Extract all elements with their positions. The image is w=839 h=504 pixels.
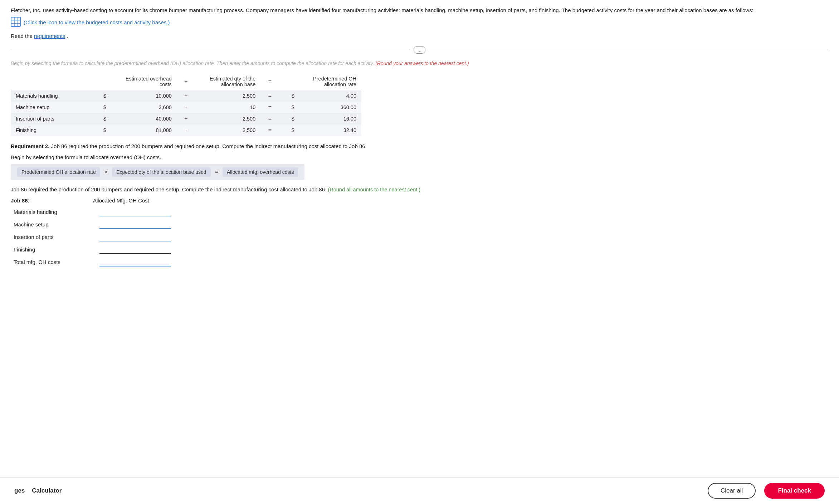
sidebar-label: ges — [14, 487, 25, 494]
job86-input-cell[interactable] — [97, 218, 182, 231]
divider-dots: ... — [414, 46, 425, 54]
oh-table: Estimated overhead costs ÷ Estimated qty… — [11, 73, 361, 136]
rate-dollar-sign: $ — [279, 124, 299, 136]
table-row: Insertion of parts $ 40,000 ÷ 2,500 = $ … — [11, 113, 361, 124]
th-equals: = — [260, 73, 279, 90]
formula-part1: Predetermined OH allocation rate — [17, 167, 100, 177]
formula-equals-op: = — [215, 169, 218, 175]
equals-sign: = — [260, 113, 279, 124]
table-row: Machine setup $ 3,600 ÷ 10 = $ 360.00 — [11, 102, 361, 113]
divide-op: ÷ — [177, 102, 195, 113]
activity-label: Finishing — [11, 124, 91, 136]
job86-input-cell[interactable] — [97, 231, 182, 243]
read-requirements: Read the requirements . — [0, 30, 839, 43]
overhead-amount: 10,000 — [111, 90, 177, 102]
job86-section: Job 86: Allocated Mfg. OH Cost Materials… — [11, 197, 828, 268]
req2-title: Requirement 2. Job 86 required the produ… — [11, 142, 828, 151]
budgeted-costs-link[interactable]: (Click the icon to view the budgeted cos… — [24, 19, 170, 25]
qty-amount: 10 — [195, 102, 261, 113]
job86-row: Insertion of parts — [11, 231, 182, 243]
th-dollar — [91, 73, 111, 90]
th-estimated-qty: Estimated qty of the allocation base — [195, 73, 261, 90]
activity-label: Machine setup — [11, 102, 91, 113]
qty-amount: 2,500 — [195, 113, 261, 124]
table-row: Finishing $ 81,000 ÷ 2,500 = $ 32.40 — [11, 124, 361, 136]
rate-value: 4.00 — [299, 90, 361, 102]
overhead-amount: 3,600 — [111, 102, 177, 113]
rate-value: 32.40 — [299, 124, 361, 136]
rate-dollar-sign: $ — [279, 113, 299, 124]
faded-instruction: Begin by selecting the formula to calcul… — [0, 57, 839, 70]
job86-input-0[interactable] — [99, 207, 171, 216]
divider-line-right — [429, 50, 828, 50]
divide-op: ÷ — [177, 124, 195, 136]
grid-icon[interactable] — [11, 17, 21, 28]
final-check-button[interactable]: Final check — [764, 483, 825, 499]
job86-row: Total mfg. OH costs — [11, 256, 182, 268]
job86-row-label: Finishing — [11, 243, 97, 256]
activity-label: Materials handling — [11, 90, 91, 102]
job86-row: Finishing — [11, 243, 182, 256]
activity-label: Insertion of parts — [11, 113, 91, 124]
qty-amount: 2,500 — [195, 124, 261, 136]
th-estimated-costs: Estimated overhead costs — [111, 73, 177, 90]
job86-input-cell[interactable] — [97, 206, 182, 218]
divide-op: ÷ — [177, 113, 195, 124]
job86-row-label: Materials handling — [11, 206, 97, 218]
req2-description: Job 86 required the production of 200 bu… — [11, 185, 828, 194]
formula-part3: Allocated mfg. overhead costs — [223, 167, 298, 177]
dollar-sign: $ — [91, 124, 111, 136]
rate-dollar-sign: $ — [279, 90, 299, 102]
th-divide: ÷ — [177, 73, 195, 90]
job86-input-4[interactable] — [99, 258, 171, 266]
main-description: Fletcher, Inc. uses activity-based costi… — [0, 0, 839, 15]
divide-op: ÷ — [177, 90, 195, 102]
overhead-amount: 40,000 — [111, 113, 177, 124]
job86-table: Materials handling Machine setup Inserti… — [11, 206, 182, 268]
th-predetermined-oh: Predetermined OH allocation rate — [299, 73, 361, 90]
section-divider: ... — [11, 46, 828, 54]
bottom-right: Clear all Final check — [708, 483, 825, 499]
job86-row: Machine setup — [11, 218, 182, 231]
dollar-sign: $ — [91, 90, 111, 102]
dollar-sign: $ — [91, 113, 111, 124]
job86-row-label: Insertion of parts — [11, 231, 97, 243]
job86-label: Job 86: — [11, 197, 89, 204]
job86-row: Materials handling — [11, 206, 182, 218]
th-activity — [11, 73, 91, 90]
table-row: Materials handling $ 10,000 ÷ 2,500 = $ … — [11, 90, 361, 102]
calculator-button[interactable]: Calculator — [32, 487, 62, 494]
clear-all-button[interactable]: Clear all — [708, 483, 756, 499]
job86-row-label: Total mfg. OH costs — [11, 256, 97, 268]
formula-box: Predetermined OH allocation rate × Expec… — [11, 164, 304, 180]
rate-dollar-sign: $ — [279, 102, 299, 113]
equals-sign: = — [260, 124, 279, 136]
req2-section: Requirement 2. Job 86 required the produ… — [0, 136, 839, 268]
icon-link-row: (Click the icon to view the budgeted cos… — [0, 15, 839, 30]
job86-col-header: Allocated Mfg. OH Cost — [93, 197, 149, 204]
overhead-amount: 81,000 — [111, 124, 177, 136]
equals-sign: = — [260, 102, 279, 113]
rate-value: 16.00 — [299, 113, 361, 124]
dollar-sign: $ — [91, 102, 111, 113]
requirements-link[interactable]: requirements — [34, 33, 65, 39]
job86-input-cell[interactable] — [97, 243, 182, 256]
equals-sign: = — [260, 90, 279, 102]
bottom-bar: ges Calculator Clear all Final check — [0, 477, 839, 504]
divider-line-left — [11, 50, 410, 50]
formula-instruction: Begin by selecting the formula to alloca… — [11, 154, 828, 160]
formula-multiply-op: × — [104, 169, 108, 175]
job86-row-label: Machine setup — [11, 218, 97, 231]
job86-input-1[interactable] — [99, 220, 171, 229]
job86-header-row: Job 86: Allocated Mfg. OH Cost — [11, 197, 828, 204]
job86-input-2[interactable] — [99, 233, 171, 241]
formula-part2: Expected qty of the allocation base used — [112, 167, 210, 177]
qty-amount: 2,500 — [195, 90, 261, 102]
bottom-left: ges Calculator — [14, 487, 62, 494]
oh-table-container: Estimated overhead costs ÷ Estimated qty… — [0, 70, 839, 136]
th-rate-dollar — [279, 73, 299, 90]
svg-rect-0 — [11, 17, 20, 26]
rate-value: 360.00 — [299, 102, 361, 113]
job86-input-3[interactable] — [99, 245, 171, 254]
job86-input-cell[interactable] — [97, 256, 182, 268]
